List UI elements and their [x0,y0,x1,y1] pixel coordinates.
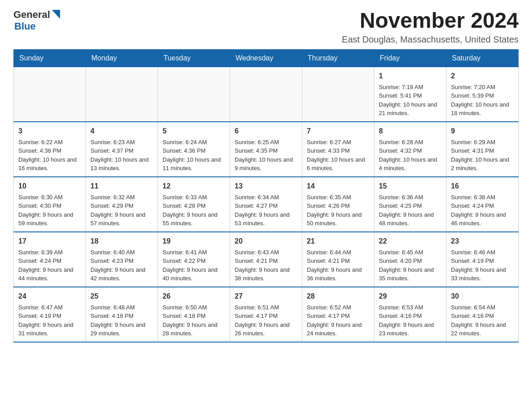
day-number: 25 [90,291,153,302]
calendar-cell: 16Sunrise: 6:38 AMSunset: 4:24 PMDayligh… [446,177,519,232]
day-info-text: Sunset: 4:17 PM [307,312,369,321]
day-number: 18 [90,236,153,247]
day-info-text: Sunrise: 6:51 AM [235,303,297,312]
day-info-text: Daylight: 9 hours and 31 minutes. [18,321,81,338]
weekday-header-thursday: Thursday [302,49,374,67]
day-info-text: Sunset: 4:16 PM [379,312,442,321]
logo-triangle-icon [52,10,60,21]
calendar-cell [302,67,374,122]
calendar-body: 1Sunrise: 7:19 AMSunset: 5:41 PMDaylight… [14,67,519,342]
logo: General Blue [13,9,60,32]
calendar-cell: 14Sunrise: 6:35 AMSunset: 4:26 PMDayligh… [302,177,374,232]
day-info-text: Sunset: 4:37 PM [90,146,153,155]
day-info-text: Sunrise: 6:41 AM [163,248,225,257]
calendar-week-row: 10Sunrise: 6:30 AMSunset: 4:30 PMDayligh… [14,177,519,232]
calendar-cell: 23Sunrise: 6:46 AMSunset: 4:19 PMDayligh… [446,232,519,287]
day-info-text: Sunrise: 6:44 AM [307,248,369,257]
day-info-text: Daylight: 10 hours and 4 minutes. [379,155,442,173]
day-info-text: Sunrise: 6:40 AM [90,248,153,257]
day-number: 30 [451,291,514,302]
day-info-text: Daylight: 9 hours and 59 minutes. [18,210,81,228]
day-info-text: Daylight: 9 hours and 48 minutes. [379,210,442,228]
day-info-text: Daylight: 9 hours and 42 minutes. [90,265,153,283]
day-info-text: Daylight: 10 hours and 2 minutes. [451,155,514,173]
day-info-text: Sunset: 4:16 PM [451,312,514,321]
day-number: 14 [307,181,369,192]
calendar-cell: 26Sunrise: 6:50 AMSunset: 4:18 PMDayligh… [158,287,230,342]
day-info-text: Daylight: 9 hours and 57 minutes. [90,210,153,228]
day-number: 29 [379,291,442,302]
calendar-cell: 5Sunrise: 6:24 AMSunset: 4:36 PMDaylight… [158,122,230,177]
day-info-text: Daylight: 9 hours and 28 minutes. [163,321,225,338]
day-info-text: Sunrise: 6:43 AM [235,248,297,257]
weekday-header-tuesday: Tuesday [158,49,230,67]
day-info-text: Sunrise: 7:20 AM [451,83,514,92]
day-info-text: Sunrise: 6:33 AM [163,193,225,202]
day-info-text: Sunrise: 6:47 AM [18,303,81,312]
day-info-text: Sunset: 4:29 PM [90,201,153,210]
location-subtitle: East Douglas, Massachusetts, United Stat… [342,34,519,45]
day-info-text: Sunrise: 6:22 AM [18,138,81,147]
calendar-header: SundayMondayTuesdayWednesdayThursdayFrid… [14,49,519,67]
day-number: 5 [163,126,225,137]
day-info-text: Daylight: 9 hours and 55 minutes. [163,210,225,228]
calendar-cell: 9Sunrise: 6:29 AMSunset: 4:31 PMDaylight… [446,122,519,177]
calendar-cell: 12Sunrise: 6:33 AMSunset: 4:28 PMDayligh… [158,177,230,232]
day-number: 10 [18,181,81,192]
day-info-text: Daylight: 10 hours and 21 minutes. [379,100,442,118]
calendar-cell: 28Sunrise: 6:52 AMSunset: 4:17 PMDayligh… [302,287,374,342]
day-info-text: Sunset: 4:35 PM [235,146,297,155]
month-year-title: November 2024 [342,9,519,33]
day-info-text: Sunset: 4:33 PM [307,146,369,155]
calendar-cell: 1Sunrise: 7:19 AMSunset: 5:41 PMDaylight… [374,67,446,122]
logo-blue-text: Blue [14,21,36,32]
calendar-cell: 13Sunrise: 6:34 AMSunset: 4:27 PMDayligh… [230,177,302,232]
day-info-text: Sunset: 4:20 PM [379,257,442,265]
calendar-cell: 7Sunrise: 6:27 AMSunset: 4:33 PMDaylight… [302,122,374,177]
calendar-cell: 8Sunrise: 6:28 AMSunset: 4:32 PMDaylight… [374,122,446,177]
day-number: 26 [163,291,225,302]
day-info-text: Sunset: 4:17 PM [235,312,297,321]
day-info-text: Daylight: 9 hours and 23 minutes. [379,321,442,338]
day-info-text: Sunrise: 7:19 AM [379,83,442,92]
day-info-text: Sunset: 4:18 PM [90,312,153,321]
day-number: 3 [18,126,81,137]
day-info-text: Daylight: 9 hours and 35 minutes. [379,265,442,283]
weekday-header-friday: Friday [374,49,446,67]
day-info-text: Sunset: 4:19 PM [451,257,514,265]
day-info-text: Daylight: 9 hours and 22 minutes. [451,321,514,338]
day-number: 20 [235,236,297,247]
day-number: 16 [451,181,514,192]
day-info-text: Sunrise: 6:46 AM [451,248,514,257]
day-number: 19 [163,236,225,247]
day-number: 17 [18,236,81,247]
calendar-cell: 29Sunrise: 6:53 AMSunset: 4:16 PMDayligh… [374,287,446,342]
day-info-text: Daylight: 9 hours and 44 minutes. [18,265,81,283]
weekday-header-monday: Monday [86,49,158,67]
day-info-text: Sunrise: 6:35 AM [307,193,369,202]
day-info-text: Sunset: 4:19 PM [18,312,81,321]
calendar-cell: 17Sunrise: 6:39 AMSunset: 4:24 PMDayligh… [14,232,86,287]
title-area: November 2024 East Douglas, Massachusett… [342,9,519,45]
day-info-text: Sunset: 4:25 PM [379,201,442,210]
day-info-text: Sunset: 4:30 PM [18,201,81,210]
day-info-text: Daylight: 10 hours and 6 minutes. [307,155,369,173]
calendar-cell: 30Sunrise: 6:54 AMSunset: 4:16 PMDayligh… [446,287,519,342]
day-info-text: Sunset: 4:26 PM [307,201,369,210]
weekday-header-saturday: Saturday [446,49,519,67]
calendar-cell [86,67,158,122]
calendar-cell: 2Sunrise: 7:20 AMSunset: 5:39 PMDaylight… [446,67,519,122]
day-info-text: Sunset: 4:24 PM [451,201,514,210]
calendar-cell [158,67,230,122]
calendar-cell: 11Sunrise: 6:32 AMSunset: 4:29 PMDayligh… [86,177,158,232]
weekday-header-wednesday: Wednesday [230,49,302,67]
day-info-text: Sunrise: 6:36 AM [379,193,442,202]
calendar-table: SundayMondayTuesdayWednesdayThursdayFrid… [13,49,519,342]
day-number: 24 [18,291,81,302]
day-info-text: Sunset: 4:23 PM [90,257,153,265]
day-info-text: Daylight: 10 hours and 18 minutes. [451,100,514,118]
calendar-week-row: 1Sunrise: 7:19 AMSunset: 5:41 PMDaylight… [14,67,519,122]
day-info-text: Sunset: 5:41 PM [379,91,442,100]
day-info-text: Daylight: 9 hours and 40 minutes. [163,265,225,283]
calendar-cell: 10Sunrise: 6:30 AMSunset: 4:30 PMDayligh… [14,177,86,232]
